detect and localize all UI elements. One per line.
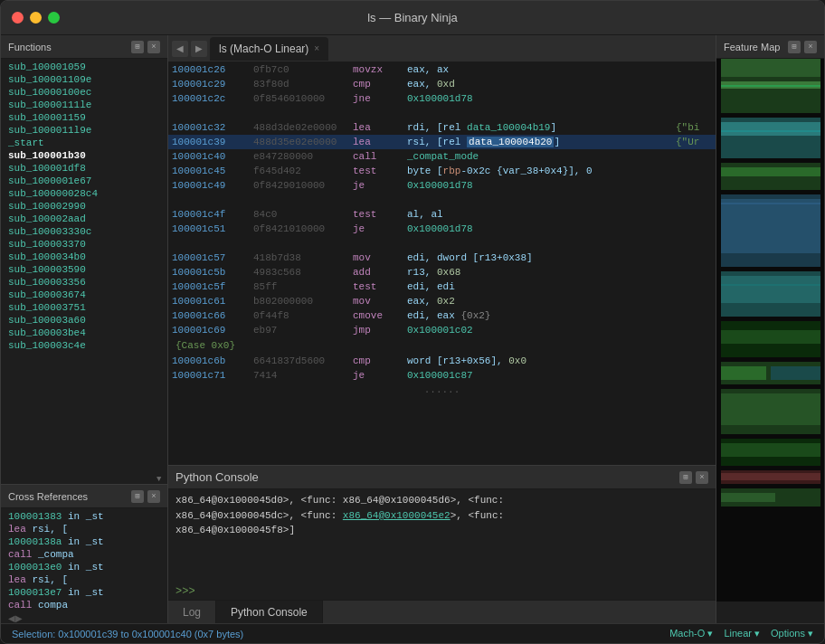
status-view[interactable]: Linear ▾: [724, 628, 760, 639]
table-row-spacer: [168, 193, 716, 207]
table-row[interactable]: 100001c45 f645d402 test byte [rbp-0x2c {…: [168, 164, 716, 178]
func-item[interactable]: sub_100003356: [1, 276, 167, 289]
table-row-selected[interactable]: 100001c39 488d35e02e0000 lea rsi, [rel d…: [168, 135, 716, 149]
functions-panel-expand-icon[interactable]: ⊞: [131, 41, 144, 53]
window-title: ls — Binary Ninja: [367, 11, 458, 24]
xref-item[interactable]: 1000013e0 in _st: [1, 561, 167, 573]
minimize-button[interactable]: [30, 12, 42, 24]
func-item[interactable]: sub_100001159: [1, 111, 167, 124]
func-item[interactable]: sub_100003330c: [1, 225, 167, 238]
svg-rect-24: [721, 493, 775, 502]
console-prompt-text: >>>: [175, 585, 195, 598]
table-row[interactable]: 100001c4f 84c0 test al, al: [168, 207, 716, 222]
func-item[interactable]: sub_100003a60: [1, 314, 167, 327]
func-item[interactable]: sub_100001df8: [1, 162, 167, 175]
xref-item[interactable]: 1000013e7 in _st: [1, 586, 167, 599]
tab-nav-right-button[interactable]: ▶: [191, 41, 207, 57]
functions-panel-close-icon[interactable]: ×: [147, 41, 160, 53]
console-panel-icons: ⊞ ×: [679, 471, 708, 484]
table-row[interactable]: 100001c66 0f44f8 cmove edi, eax {0x2}: [168, 308, 716, 323]
functions-list[interactable]: sub_100001059 sub_100001109e sub_1000010…: [1, 59, 167, 473]
console-tabs: Log Python Console: [168, 600, 716, 623]
xref-item[interactable]: 100001383 in _st: [1, 510, 167, 523]
disasm-table: 100001c26 0fb7c0 movzx eax, ax 100001c29…: [168, 62, 716, 397]
func-item[interactable]: sub_100003370: [1, 238, 167, 251]
feature-map-expand-icon[interactable]: ⊞: [788, 41, 801, 53]
func-item[interactable]: sub_100003590: [1, 263, 167, 276]
main-window: ls — Binary Ninja Functions ⊞ × sub_1000…: [0, 0, 825, 644]
tab-nav-left-button[interactable]: ◀: [172, 41, 188, 57]
xref-panel-close-icon[interactable]: ×: [147, 490, 160, 503]
sidebar-scroll-down-icon[interactable]: ▼: [156, 475, 164, 482]
func-item[interactable]: sub_100000028c4: [1, 187, 167, 200]
console-tab-python[interactable]: Python Console: [216, 601, 323, 623]
func-item[interactable]: sub_1000034b0: [1, 251, 167, 263]
xref-panel-title: Cross References: [8, 491, 88, 502]
disasm-view[interactable]: 100001c26 0fb7c0 movzx eax, ax 100001c29…: [168, 62, 716, 465]
xref-item[interactable]: lea rsi, [: [1, 523, 167, 535]
func-item[interactable]: sub_1000011l9e: [1, 124, 167, 137]
table-row[interactable]: 100001c71 7414 je 0x100001c87: [168, 368, 716, 383]
svg-rect-15: [721, 366, 766, 380]
console-line: x86_64@0x1000045f8>]: [175, 523, 708, 538]
table-row[interactable]: 100001c5f 85ff test edi, edi: [168, 279, 716, 294]
console-tab-log[interactable]: Log: [168, 601, 216, 623]
xref-panel-expand-icon[interactable]: ⊞: [131, 490, 144, 503]
xref-item[interactable]: lea rsi, [: [1, 573, 167, 586]
func-item[interactable]: sub_100002aad: [1, 213, 167, 225]
func-item[interactable]: sub_10000100ec: [1, 86, 167, 99]
console-line: x86_64@0x1000045dc>, <func: x86_64@0x100…: [175, 508, 708, 524]
table-row[interactable]: 100001c51 0f8421010000 je 0x100001d78: [168, 222, 716, 236]
func-item[interactable]: sub_100003be4: [1, 327, 167, 339]
window-controls: [12, 12, 60, 24]
func-item[interactable]: sub_100003751: [1, 301, 167, 314]
func-item[interactable]: sub_100001059: [1, 61, 167, 73]
func-item-active[interactable]: sub_100001b30: [1, 149, 167, 162]
func-item[interactable]: sub_100003674: [1, 289, 167, 301]
xref-item[interactable]: call _compa: [1, 548, 167, 561]
func-item[interactable]: sub_100001109e: [1, 73, 167, 86]
status-options[interactable]: Options ▾: [771, 628, 813, 639]
feature-map-close-icon[interactable]: ×: [804, 41, 817, 53]
table-row[interactable]: 100001c2c 0f8546010000 jne 0x100001d78: [168, 91, 716, 106]
svg-rect-11: [721, 276, 820, 303]
svg-rect-16: [771, 366, 820, 380]
tab-close-icon[interactable]: ×: [314, 43, 319, 53]
feature-map-svg: [716, 59, 824, 601]
func-item[interactable]: sub_100002990: [1, 200, 167, 213]
func-item[interactable]: sub_10000111le: [1, 99, 167, 111]
console-expand-icon[interactable]: ⊞: [679, 471, 692, 484]
table-row[interactable]: 100001c40 e847280000 call _compat_mode: [168, 149, 716, 164]
xref-scroll-left-button[interactable]: ◀: [8, 613, 15, 623]
console-prompt: >>>: [168, 583, 716, 600]
status-arch[interactable]: Mach-O ▾: [669, 628, 713, 639]
disasm-tab[interactable]: ls (Mach-O Linear) ×: [210, 37, 328, 61]
xref-item[interactable]: 10000138a in _st: [1, 535, 167, 548]
func-item[interactable]: _start: [1, 137, 167, 149]
console-close-icon[interactable]: ×: [696, 471, 708, 484]
close-button[interactable]: [12, 12, 24, 24]
svg-rect-5: [721, 122, 820, 136]
table-row[interactable]: 100001c5b 4983c568 add r13, 0x68: [168, 265, 716, 279]
feature-map-canvas[interactable]: [716, 59, 824, 623]
table-row[interactable]: 100001c26 0fb7c0 movzx eax, ax: [168, 62, 716, 77]
table-row[interactable]: 100001c61 b802000000 mov eax, 0x2: [168, 294, 716, 308]
table-row[interactable]: 100001c57 418b7d38 mov edi, dword [r13+0…: [168, 251, 716, 265]
feature-map: Feature Map ⊞ ×: [716, 35, 824, 623]
tab-label: ls (Mach-O Linear): [219, 43, 308, 55]
func-item[interactable]: sub_100003c4e: [1, 339, 167, 352]
table-row[interactable]: 100001c49 0f8429010000 je 0x100001d78: [168, 178, 716, 193]
console-link[interactable]: x86_64@0x1000045e2: [343, 510, 450, 521]
maximize-button[interactable]: [48, 12, 60, 24]
table-row[interactable]: 100001c69 eb97 jmp 0x100001c02: [168, 323, 716, 337]
status-selection: Selection: 0x100001c39 to 0x100001c40 (0…: [12, 629, 243, 639]
xref-panel: Cross References ⊞ × 100001383 in _st le…: [1, 484, 167, 623]
func-item[interactable]: sub_1000001e67: [1, 175, 167, 187]
xref-item[interactable]: call compa: [1, 599, 167, 611]
table-row[interactable]: 100001c6b 6641837d5600 cmp word [r13+0x5…: [168, 354, 716, 368]
console-output: x86_64@0x1000045d0>, <func: x86_64@0x100…: [168, 489, 716, 583]
table-row[interactable]: 100001c32 488d3de02e0000 lea rdi, [rel d…: [168, 120, 716, 135]
svg-rect-7: [721, 167, 820, 176]
xref-scroll-right-button[interactable]: ▶: [15, 613, 23, 623]
table-row[interactable]: 100001c29 83f80d cmp eax, 0xd: [168, 77, 716, 91]
